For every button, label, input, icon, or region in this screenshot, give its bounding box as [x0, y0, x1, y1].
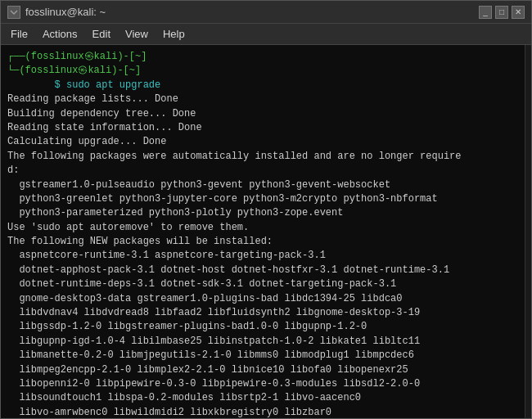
- output-line-9: python3-parameterized python3-plotly pyt…: [7, 206, 518, 220]
- output-line-8: python3-greenlet python3-jupyter-core py…: [7, 192, 518, 206]
- minimize-button[interactable]: _: [479, 6, 492, 19]
- window-title: fosslinux@kali: ~: [25, 6, 106, 18]
- window-controls: _ □ ✕: [479, 6, 525, 19]
- maximize-button[interactable]: □: [495, 6, 508, 19]
- title-bar: fosslinux@kali: ~ _ □ ✕: [1, 1, 531, 24]
- output-line-12: aspnetcore-runtime-3.1 aspnetcore-target…: [7, 249, 518, 263]
- menu-bar: File Actions Edit View Help: [1, 24, 531, 45]
- output-line-6: d:: [7, 164, 518, 178]
- menu-actions[interactable]: Actions: [36, 26, 84, 42]
- terminal-window: fosslinux@kali: ~ _ □ ✕ File Actions Edi…: [0, 0, 532, 419]
- output-line-16: libdvdnav4 libdvdread8 libfaad2 libfluid…: [7, 306, 518, 320]
- output-line-21: libopenni2-0 libpipewire-0.3-0 libpipewi…: [7, 377, 518, 391]
- menu-help[interactable]: Help: [156, 26, 192, 42]
- output-line-4: Calculating upgrade... Done: [7, 135, 518, 149]
- output-line-15: gnome-desktop3-data gstreamer1.0-plugins…: [7, 292, 518, 306]
- output-line-11: The following NEW packages will be insta…: [7, 235, 518, 249]
- close-button[interactable]: ✕: [512, 6, 525, 19]
- output-line-2: Building dependency tree... Done: [7, 107, 518, 121]
- terminal-icon: [7, 6, 20, 19]
- output-line-13: dotnet-apphost-pack-3.1 dotnet-host dotn…: [7, 264, 518, 277]
- output-line-7: gstreamer1.0-pulseaudio python3-gevent p…: [7, 178, 518, 192]
- title-bar-left: fosslinux@kali: ~: [7, 6, 106, 19]
- scrollbar[interactable]: [525, 45, 531, 418]
- menu-edit[interactable]: Edit: [86, 26, 117, 42]
- output-line-18: libgupnp-igd-1.0-4 libilmbase25 libinstp…: [7, 335, 518, 349]
- output-line-5: The following packages were automaticall…: [7, 150, 518, 164]
- menu-view[interactable]: View: [119, 26, 155, 42]
- terminal-body[interactable]: ┌──(fosslinux㉿kali)-[~] └─(fosslinux㉿kal…: [1, 45, 525, 418]
- output-line-22: libsoundtouch1 libspa-0.2-modules libsrt…: [7, 391, 518, 405]
- prompt-line-1: ┌──(fosslinux㉿kali)-[~]: [7, 50, 518, 64]
- output-line-19: libmanette-0.2-0 libmjpegutils-2.1-0 lib…: [7, 349, 518, 363]
- terminal-wrapper: ┌──(fosslinux㉿kali)-[~] └─(fosslinux㉿kal…: [1, 45, 531, 418]
- command-line: $ sudo apt upgrade: [7, 79, 518, 92]
- prompt-line-2: └─(fosslinux㉿kali)-[~]: [7, 64, 518, 78]
- output-line-20: libmpeg2encpp-2.1-0 libmplex2-2.1-0 libn…: [7, 363, 518, 377]
- menu-file[interactable]: File: [4, 26, 34, 42]
- output-line-23: libvo-amrwbenc0 libwildmidi2 libxkbregis…: [7, 406, 518, 418]
- output-line-14: dotnet-runtime-deps-3.1 dotnet-sdk-3.1 d…: [7, 277, 518, 291]
- svg-rect-0: [9, 7, 19, 17]
- output-line-3: Reading state information... Done: [7, 121, 518, 135]
- output-line-17: libgssdp-1.2-0 libgstreamer-plugins-bad1…: [7, 320, 518, 334]
- output-line-10: Use 'sudo apt autoremove' to remove them…: [7, 221, 518, 235]
- output-line-1: Reading package lists... Done: [7, 92, 518, 106]
